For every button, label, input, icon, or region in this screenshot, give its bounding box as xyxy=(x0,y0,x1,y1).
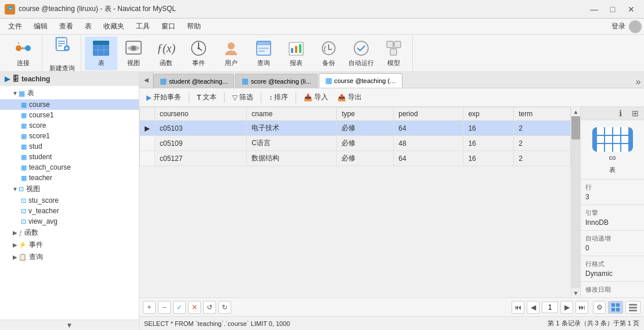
import-button[interactable]: 📥 导入 xyxy=(300,91,332,103)
autorun-tool-button[interactable]: 自动运行 xyxy=(345,37,377,70)
header-exp[interactable]: exp xyxy=(463,107,514,121)
cell-type-1[interactable]: 必修 xyxy=(337,121,394,136)
table-scrollbar-y[interactable]: ▲ ▼ xyxy=(571,107,580,297)
header-term[interactable]: term xyxy=(514,107,571,121)
prev-page-button[interactable]: ◀ xyxy=(527,301,539,314)
table-row[interactable]: c05109 C语言 必修 48 16 2 xyxy=(140,136,571,151)
tree-item-course1[interactable]: ▦ course1 xyxy=(0,110,139,120)
cell-courseno-3[interactable]: c05127 xyxy=(155,151,247,166)
cell-exp-1[interactable]: 16 xyxy=(463,121,514,136)
tree-item-score1[interactable]: ▦ score1 xyxy=(0,131,139,141)
tree-section-events[interactable]: ▶ ⚡ 事件 xyxy=(0,239,139,251)
cell-term-1[interactable]: 2 xyxy=(514,121,571,136)
tree-item-course[interactable]: ▦ course xyxy=(0,99,139,110)
tab-student[interactable]: ▦ student @teaching... xyxy=(153,74,234,88)
table-row[interactable]: c05127 数据结构 必修 64 16 2 xyxy=(140,151,571,166)
tree-item-view-avg[interactable]: ⊡ view_avg xyxy=(0,216,139,227)
tab-back-button[interactable]: ◀ xyxy=(139,72,153,88)
cell-period-3[interactable]: 64 xyxy=(394,151,463,166)
last-page-button[interactable]: ⏭ xyxy=(575,301,588,314)
cell-term-2[interactable]: 2 xyxy=(514,136,571,151)
text-button[interactable]: T 文本 xyxy=(193,91,220,103)
tree-section-tables[interactable]: ▼ ▦ 表 xyxy=(0,87,139,99)
tree-item-student[interactable]: ▦ student xyxy=(0,152,139,162)
refresh2-button[interactable]: ↻ xyxy=(218,301,231,314)
cell-period-1[interactable]: 64 xyxy=(394,121,463,136)
tree-section-queries[interactable]: ▶ 📋 查询 xyxy=(0,251,139,263)
menu-help[interactable]: 帮助 xyxy=(181,20,207,33)
header-cname[interactable]: cname xyxy=(247,107,337,121)
tree-section-views[interactable]: ▼ ⊡ 视图 xyxy=(0,183,139,195)
table-row[interactable]: ▶ c05103 电子技术 必修 64 16 2 xyxy=(140,121,571,136)
cell-cname-3[interactable]: 数据结构 xyxy=(247,151,337,166)
tab-score[interactable]: ▦ score @teaching (li... xyxy=(235,74,318,88)
table-tool-button[interactable]: 表 xyxy=(85,37,117,70)
close-button[interactable]: ✕ xyxy=(623,3,639,15)
menu-table[interactable]: 表 xyxy=(79,20,98,33)
menu-view[interactable]: 查看 xyxy=(53,20,79,33)
grid-view-button[interactable]: ⊞ xyxy=(629,107,642,120)
maximize-button[interactable]: □ xyxy=(605,3,621,15)
cell-term-3[interactable]: 2 xyxy=(514,151,571,166)
scroll-up-button[interactable]: ▲ xyxy=(571,107,580,116)
tree-item-score[interactable]: ▦ score xyxy=(0,120,139,131)
menu-favorites[interactable]: 收藏夹 xyxy=(98,20,130,33)
page-number-input[interactable] xyxy=(542,302,558,313)
report-tool-button[interactable]: 报表 xyxy=(280,37,312,70)
cell-exp-2[interactable]: 16 xyxy=(463,136,514,151)
sort-button[interactable]: ↕ 排序 xyxy=(265,91,292,103)
delete-row-button[interactable]: − xyxy=(158,301,171,314)
view-tool-button[interactable]: 视图 xyxy=(117,37,150,70)
export-button[interactable]: 📤 导出 xyxy=(334,91,365,103)
discard-button[interactable]: ✕ xyxy=(188,301,201,314)
sidebar-scroll-down[interactable]: ▼ xyxy=(0,320,139,330)
settings-button[interactable]: ⚙ xyxy=(593,301,606,314)
begin-transaction-button[interactable]: ▶ 开始事务 xyxy=(143,91,185,103)
tree-item-v-teacher[interactable]: ⊡ v_teacher xyxy=(0,206,139,216)
tree-item-teach-course[interactable]: ▦ teach_course xyxy=(0,162,139,173)
cell-period-2[interactable]: 48 xyxy=(394,136,463,151)
event-tool-button[interactable]: 事件 xyxy=(182,37,215,70)
cell-courseno-2[interactable]: c05109 xyxy=(155,136,247,151)
filter-button[interactable]: ▽ 筛选 xyxy=(229,91,257,103)
tree-item-teacher[interactable]: ▦ teacher xyxy=(0,173,139,183)
menu-window[interactable]: 窗口 xyxy=(156,20,181,33)
function-tool-button[interactable]: ƒ(x) 函数 xyxy=(150,37,182,70)
cell-courseno-1[interactable]: c05103 xyxy=(155,121,247,136)
confirm-button[interactable]: ✓ xyxy=(173,301,186,314)
first-page-button[interactable]: ⏮ xyxy=(512,301,524,314)
scroll-thumb[interactable] xyxy=(571,116,580,139)
header-period[interactable]: period xyxy=(394,107,463,121)
data-table-wrapper[interactable]: courseno cname type period exp term ▶ c0… xyxy=(139,107,571,297)
menu-tools[interactable]: 工具 xyxy=(130,20,156,33)
tree-item-stu-score[interactable]: ⊡ stu_score xyxy=(0,195,139,206)
new-query-button[interactable]: 连接 新建查询 xyxy=(46,37,78,70)
tab-more-button[interactable]: » xyxy=(632,76,644,88)
tree-section-functions[interactable]: ▶ ƒ 函数 xyxy=(0,227,139,239)
cell-type-3[interactable]: 必修 xyxy=(337,151,394,166)
header-courseno[interactable]: courseno xyxy=(155,107,247,121)
user-tool-button[interactable]: 用户 xyxy=(215,37,247,70)
next-page-button[interactable]: ▶ xyxy=(560,301,573,314)
header-type[interactable]: type xyxy=(337,107,394,121)
minimize-button[interactable]: — xyxy=(586,3,602,15)
model-tool-button[interactable]: 模型 xyxy=(377,37,410,70)
cell-exp-3[interactable]: 16 xyxy=(463,151,514,166)
refresh-button[interactable]: ↺ xyxy=(203,301,216,314)
login-label[interactable]: 登录 xyxy=(611,21,625,31)
tab-course[interactable]: ▦ course @teaching (… xyxy=(319,73,403,88)
backup-tool-button[interactable]: 备份 xyxy=(312,37,345,70)
info-button[interactable]: ℹ xyxy=(614,107,627,120)
menu-file[interactable]: 文件 xyxy=(2,20,28,33)
scroll-down-button[interactable]: ▼ xyxy=(571,288,580,297)
cell-cname-1[interactable]: 电子技术 xyxy=(247,121,337,136)
cell-cname-2[interactable]: C语言 xyxy=(247,136,337,151)
connect-button[interactable]: 连接 xyxy=(7,37,39,70)
add-row-button[interactable]: + xyxy=(143,301,156,314)
form-view-button[interactable] xyxy=(625,301,641,314)
query-tool-button[interactable]: 查询 xyxy=(247,37,280,70)
tree-item-stud[interactable]: ▦ stud xyxy=(0,141,139,152)
menu-edit[interactable]: 编辑 xyxy=(28,20,53,33)
cell-type-2[interactable]: 必修 xyxy=(337,136,394,151)
grid-view-button[interactable] xyxy=(608,301,623,314)
